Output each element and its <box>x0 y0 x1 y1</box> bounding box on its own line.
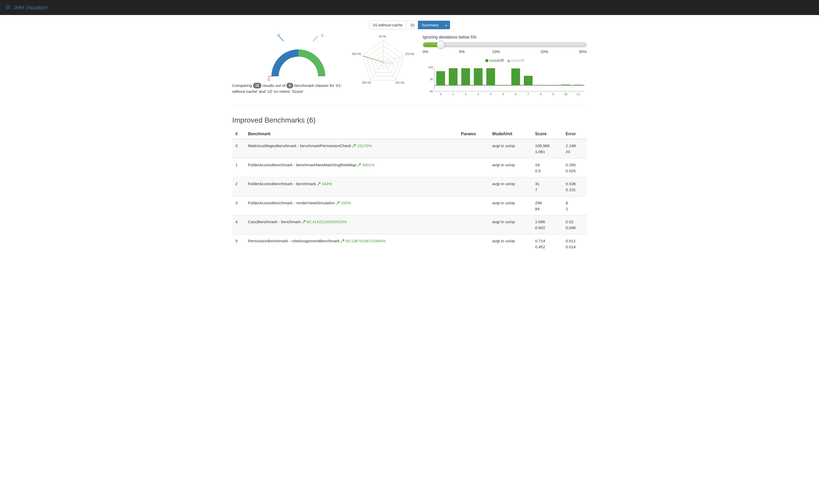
cell-error: 0.5360.101 <box>563 177 587 197</box>
cell-idx: 2 <box>232 177 245 197</box>
cell-score: 29884 <box>532 196 563 215</box>
radar-tick: 5+% <box>379 34 386 38</box>
gauge-worse-label: 0 <box>268 77 270 82</box>
svg-rect-49 <box>574 85 583 85</box>
svg-text:0: 0 <box>440 93 441 96</box>
improvement-indicator: 80.41422100335015% <box>302 220 347 224</box>
cell-benchmark: FolderAccessBenchmark - renderViewSimula… <box>245 196 458 215</box>
cell-score: 317 <box>532 177 563 197</box>
run-2-button[interactable]: 10 <box>406 21 418 29</box>
slider-label: Ignoring deviations below 5% <box>423 35 587 40</box>
cell-score: 0.7140.452 <box>532 234 563 253</box>
svg-text:9: 9 <box>552 93 554 96</box>
slider-thumb[interactable] <box>437 41 445 49</box>
svg-rect-33 <box>474 68 482 85</box>
overview-row: 0 6 6 Comparing 12 results out of 6 benc… <box>232 35 587 98</box>
svg-text:10: 10 <box>564 93 567 96</box>
brand-link[interactable]: JMH Visualizer <box>5 4 48 11</box>
col-params: Params <box>458 129 489 139</box>
svg-rect-43 <box>536 85 545 85</box>
cell-benchmark: CascBenchmark - benchmark 80.41422100335… <box>245 215 458 235</box>
radar-tick: 25+% <box>395 81 404 85</box>
svg-line-12 <box>383 56 404 62</box>
svg-text:3: 3 <box>477 93 479 96</box>
svg-text:2: 2 <box>465 93 466 96</box>
summary-button[interactable]: Summary <box>418 21 442 29</box>
cell-idx: 5 <box>232 234 245 253</box>
table-row[interactable]: 1FolderAccessBenchmark - benchmarkNewMat… <box>232 158 587 177</box>
deviation-slider[interactable] <box>423 42 587 47</box>
improvement-indicator: 255% <box>336 201 351 205</box>
radar-tick: 15+% <box>405 52 414 56</box>
slider-column: Ignoring deviations below 5% 0%5%10%20%5… <box>423 35 587 98</box>
cell-mode: avgt in us/op <box>489 177 532 197</box>
cell-idx: 0 <box>232 139 245 158</box>
bar-chart: 10535-3501234567891011 <box>423 64 587 98</box>
svg-rect-31 <box>461 68 470 85</box>
run-1-button[interactable]: 01-without-cache <box>369 21 406 29</box>
table-row[interactable]: 2FolderAccessBenchmark - benchmark 343%a… <box>232 177 587 197</box>
svg-rect-47 <box>561 85 570 85</box>
cell-error: 0.020.046 <box>563 215 587 235</box>
cell-benchmark: FolderAccessBenchmark - benchmark 343% <box>245 177 458 197</box>
summary-dropdown-button[interactable] <box>442 21 450 29</box>
svg-line-5 <box>313 36 317 41</box>
cell-error: 0.0110.014 <box>563 234 587 253</box>
classes-badge: 6 <box>286 83 293 88</box>
legend-errordiff-icon <box>508 60 510 62</box>
slider-ticks: 0%5%10%20%50% <box>423 49 587 54</box>
compare-text: Comparing 12 results out of 6 benchmark … <box>232 82 344 95</box>
svg-text:-35: -35 <box>429 90 433 93</box>
gauge-chart: 0 6 6 <box>244 35 332 79</box>
cell-params <box>458 234 489 253</box>
col-idx: # <box>232 129 245 139</box>
svg-rect-41 <box>524 76 533 85</box>
radar-column: 0246 5+% 15+% 25+% 35+% 45+% <box>348 35 418 87</box>
svg-text:8: 8 <box>540 93 541 96</box>
cell-benchmark: FolderAccessBenchmark - benchmarkNewMatc… <box>245 158 458 177</box>
results-badge: 12 <box>253 83 261 88</box>
table-row[interactable]: 5PermissionBenchmark - roleAssignmentBen… <box>232 234 587 253</box>
col-mode: Mode/Unit <box>489 129 532 139</box>
cell-params <box>458 196 489 215</box>
table-row[interactable]: 3FolderAccessBenchmark - renderViewSimul… <box>232 196 587 215</box>
cell-params <box>458 215 489 235</box>
gauge-better-label: 6 <box>321 33 324 38</box>
gauge-mid-label: 6 <box>278 33 280 38</box>
table-header-row: # Benchmark Params Mode/Unit Score Error <box>232 129 587 139</box>
svg-text:105: 105 <box>428 66 433 69</box>
cell-idx: 1 <box>232 158 245 177</box>
table-row[interactable]: 4CascBenchmark - benchmark 80.4142210033… <box>232 215 587 235</box>
cell-error: 0.2650.025 <box>563 158 587 177</box>
cell-error: 82 <box>563 196 587 215</box>
svg-text:2: 2 <box>385 62 387 64</box>
radar-tick: 35+% <box>362 81 371 85</box>
cell-params <box>458 158 489 177</box>
svg-line-14 <box>370 62 383 80</box>
cell-benchmark: PermissionBenchmark - roleAssignmentBenc… <box>245 234 458 253</box>
improvement-indicator: 58.13679188723449% <box>341 239 386 243</box>
svg-text:5: 5 <box>502 93 504 96</box>
cell-params <box>458 177 489 197</box>
table-row[interactable]: 0MaliciousRegexBenchmark - benchmarkPerm… <box>232 139 587 158</box>
cell-error: 2,19820 <box>563 139 587 158</box>
svg-rect-29 <box>449 68 458 85</box>
arrow-up-right-icon <box>357 163 361 167</box>
cell-mode: avgt in us/op <box>489 234 532 253</box>
svg-rect-35 <box>486 68 495 85</box>
radar-tick: 45+% <box>352 52 361 56</box>
top-controls: 01-without-cache 10 Summary <box>232 21 587 29</box>
svg-rect-37 <box>499 85 508 85</box>
cell-idx: 4 <box>232 215 245 235</box>
cell-idx: 3 <box>232 196 245 215</box>
cell-benchmark: MaliciousRegexBenchmark - benchmarkPermi… <box>245 139 458 158</box>
legend-scorediff-icon <box>486 59 488 62</box>
improved-section-title: Improved Benchmarks (6) <box>232 116 587 124</box>
improvement-indicator: 343% <box>317 182 332 186</box>
page-container: 01-without-cache 10 Summary 0 6 6 <box>227 21 592 264</box>
cell-mode: avgt in us/op <box>489 215 532 235</box>
svg-text:6: 6 <box>391 62 393 64</box>
improvement-indicator: 3501% <box>357 163 375 167</box>
brand-text: JMH Visualizer <box>13 5 48 11</box>
svg-line-13 <box>383 62 396 80</box>
